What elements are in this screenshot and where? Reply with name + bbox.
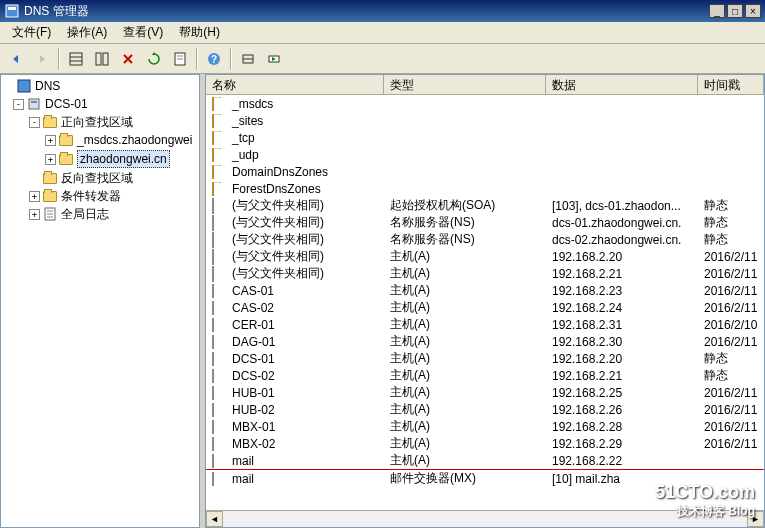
row-data: [10] mail.zha: [546, 472, 698, 486]
tree-server[interactable]: -DCS-01: [3, 95, 197, 113]
list-row[interactable]: _tcp: [206, 129, 764, 146]
list-row[interactable]: MBX-01主机(A)192.168.2.282016/2/11: [206, 418, 764, 435]
record-icon: [212, 335, 228, 349]
menu-action[interactable]: 操作(A): [59, 22, 115, 43]
col-name[interactable]: 名称: [206, 75, 384, 94]
filter-button[interactable]: [236, 47, 260, 71]
tree-pane[interactable]: DNS -DCS-01 -正向查找区域 +_msdcs.zhaodongwei …: [0, 74, 200, 528]
tree-cond-fwd[interactable]: +条件转发器: [3, 187, 197, 205]
list-row[interactable]: HUB-01主机(A)192.168.2.252016/2/11: [206, 384, 764, 401]
row-type: 名称服务器(NS): [384, 231, 546, 248]
row-time: 静态: [698, 231, 764, 248]
row-name: (与父文件夹相同): [232, 214, 324, 231]
maximize-button[interactable]: □: [727, 4, 743, 18]
folder-icon: [42, 188, 58, 204]
row-name: MBX-01: [232, 420, 275, 434]
list-row[interactable]: DCS-01主机(A)192.168.2.20静态: [206, 350, 764, 367]
tree-root-dns[interactable]: DNS: [3, 77, 197, 95]
row-data: 192.168.2.30: [546, 335, 698, 349]
forward-button[interactable]: [30, 47, 54, 71]
list-row[interactable]: mail邮件交换器(MX)[10] mail.zha: [206, 470, 764, 487]
list-row[interactable]: _udp: [206, 146, 764, 163]
col-data[interactable]: 数据: [546, 75, 698, 94]
window-title: DNS 管理器: [24, 3, 709, 20]
row-name: CAS-01: [232, 284, 274, 298]
rows-container[interactable]: _msdcs_sites_tcp_udpDomainDnsZonesForest…: [206, 95, 764, 510]
row-type: 主机(A): [384, 367, 546, 384]
list-row[interactable]: MBX-02主机(A)192.168.2.292016/2/11: [206, 435, 764, 452]
record-icon: [212, 386, 228, 400]
list-row[interactable]: _msdcs: [206, 95, 764, 112]
list-row[interactable]: CAS-01主机(A)192.168.2.232016/2/11: [206, 282, 764, 299]
record-icon: [212, 403, 228, 417]
row-name: DAG-01: [232, 335, 275, 349]
col-time[interactable]: 时间戳: [698, 75, 764, 94]
record-icon: [212, 472, 228, 486]
row-data: 192.168.2.28: [546, 420, 698, 434]
row-type: 邮件交换器(MX): [384, 470, 546, 487]
row-time: 静态: [698, 350, 764, 367]
list-row[interactable]: (与父文件夹相同)主机(A)192.168.2.202016/2/11: [206, 248, 764, 265]
tree-zone-main[interactable]: +zhaodongwei.cn: [3, 149, 197, 169]
properties-button[interactable]: [168, 47, 192, 71]
tool-details[interactable]: [64, 47, 88, 71]
dns-icon: [16, 78, 32, 94]
back-button[interactable]: [4, 47, 28, 71]
list-row[interactable]: CAS-02主机(A)192.168.2.242016/2/11: [206, 299, 764, 316]
minimize-button[interactable]: _: [709, 4, 725, 18]
row-type: 主机(A): [384, 248, 546, 265]
list-row[interactable]: (与父文件夹相同)名称服务器(NS)dcs-02.zhaodongwei.cn.…: [206, 231, 764, 248]
row-data: 192.168.2.31: [546, 318, 698, 332]
list-row[interactable]: (与父文件夹相同)主机(A)192.168.2.212016/2/11: [206, 265, 764, 282]
row-name: (与父文件夹相同): [232, 197, 324, 214]
h-scrollbar[interactable]: ◄ ►: [206, 510, 764, 527]
list-row[interactable]: DAG-01主机(A)192.168.2.302016/2/11: [206, 333, 764, 350]
run-button[interactable]: [262, 47, 286, 71]
list-row[interactable]: (与父文件夹相同)起始授权机构(SOA)[103], dcs-01.zhaodo…: [206, 197, 764, 214]
row-name: ForestDnsZones: [232, 182, 321, 196]
scroll-right-button[interactable]: ►: [747, 511, 764, 527]
list-row[interactable]: HUB-02主机(A)192.168.2.262016/2/11: [206, 401, 764, 418]
refresh-button[interactable]: [142, 47, 166, 71]
row-time: 2016/2/11: [698, 386, 764, 400]
list-row[interactable]: DomainDnsZones: [206, 163, 764, 180]
tree-rev-zones[interactable]: 反向查找区域: [3, 169, 197, 187]
list-row[interactable]: DCS-02主机(A)192.168.2.21静态: [206, 367, 764, 384]
menu-view[interactable]: 查看(V): [115, 22, 171, 43]
list-row[interactable]: _sites: [206, 112, 764, 129]
row-type: 主机(A): [384, 299, 546, 316]
record-icon: [212, 199, 228, 213]
list-row[interactable]: mail主机(A)192.168.2.22: [206, 452, 764, 469]
list-row[interactable]: CER-01主机(A)192.168.2.312016/2/10: [206, 316, 764, 333]
tree-fwd-zones[interactable]: -正向查找区域: [3, 113, 197, 131]
tree-global-log[interactable]: +全局日志: [3, 205, 197, 223]
record-icon: [212, 369, 228, 383]
row-time: 2016/2/11: [698, 284, 764, 298]
scroll-left-button[interactable]: ◄: [206, 511, 223, 527]
row-name: _udp: [232, 148, 259, 162]
tool-split[interactable]: [90, 47, 114, 71]
tree-zone-msdcs[interactable]: +_msdcs.zhaodongwei: [3, 131, 197, 149]
delete-button[interactable]: [116, 47, 140, 71]
row-data: 192.168.2.24: [546, 301, 698, 315]
folder-icon: [212, 165, 228, 179]
close-button[interactable]: ×: [745, 4, 761, 18]
row-type: 主机(A): [384, 282, 546, 299]
app-icon: [4, 3, 20, 19]
titlebar: DNS 管理器 _ □ ×: [0, 0, 765, 22]
help-button[interactable]: ?: [202, 47, 226, 71]
row-type: 主机(A): [384, 384, 546, 401]
menu-help[interactable]: 帮助(H): [171, 22, 228, 43]
server-icon: [26, 96, 42, 112]
scroll-track[interactable]: [223, 511, 747, 527]
row-time: 2016/2/11: [698, 403, 764, 417]
list-row[interactable]: (与父文件夹相同)名称服务器(NS)dcs-01.zhaodongwei.cn.…: [206, 214, 764, 231]
list-row[interactable]: ForestDnsZones: [206, 180, 764, 197]
row-data: 192.168.2.25: [546, 386, 698, 400]
record-icon: [212, 352, 228, 366]
row-time: 静态: [698, 214, 764, 231]
menu-file[interactable]: 文件(F): [4, 22, 59, 43]
svg-rect-6: [103, 53, 108, 65]
col-type[interactable]: 类型: [384, 75, 546, 94]
row-type: 主机(A): [384, 333, 546, 350]
